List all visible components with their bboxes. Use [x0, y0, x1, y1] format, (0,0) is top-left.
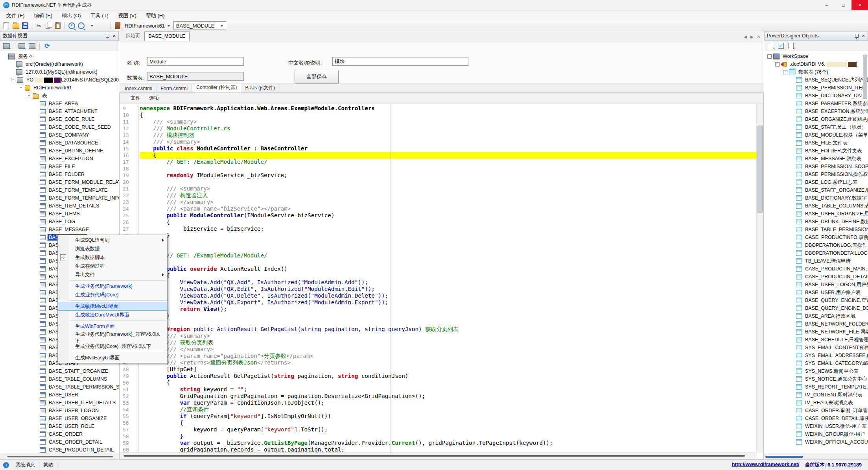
- tree-table-row[interactable]: BASE_ATTACHMENT: [0, 107, 119, 115]
- tree-table-row[interactable]: BASE_SCHEDULE,日程管理: [764, 336, 868, 344]
- editor-menu-item[interactable]: 文件: [127, 94, 144, 103]
- tree-table-row[interactable]: BASE_LOG: [0, 218, 119, 226]
- pin-icon[interactable]: [855, 34, 859, 38]
- tree-node[interactable]: −RDIFramework61: [0, 84, 119, 92]
- context-menu-item[interactable]: 生成MvcEasyUI界面: [58, 353, 167, 362]
- maximize-button[interactable]: □: [835, 0, 851, 10]
- tree-table-row[interactable]: DBOPERATIONDETAILLOG: [764, 249, 868, 257]
- tree-table-row[interactable]: BASE_AREA: [0, 100, 119, 107]
- tree-table-row[interactable]: IM_CONTENT,即时消息表: [764, 391, 868, 399]
- tree-table-row[interactable]: BASE_FORM_MODULE_RELATIO: [0, 178, 119, 186]
- copy-button[interactable]: [44, 22, 52, 30]
- tab-scroll-left-icon[interactable]: ◀: [743, 34, 748, 39]
- tree-node[interactable]: −YOL2014INSTANCE(SQL200: [0, 76, 119, 84]
- tree-table-row[interactable]: BASE_CODE_RULE: [0, 115, 119, 123]
- tree-table-row[interactable]: CASE_PRODUCTIN_DETAIL: [0, 446, 119, 453]
- tree-table-row[interactable]: BASE_USER_ORGANIZE: [0, 414, 119, 422]
- check-items-button[interactable]: ✓: [777, 42, 785, 50]
- add-server-button[interactable]: [2, 42, 10, 50]
- context-menu-item[interactable]: 生成业务代码(Core)_兼容V6.0以下: [58, 342, 167, 351]
- editor-vertical-scrollbar[interactable]: [756, 104, 763, 453]
- scrollbar-thumb[interactable]: [123, 455, 745, 457]
- tree-table-row[interactable]: BASE_NETWORK_FOLDER: [764, 320, 868, 328]
- right-horizontal-scrollbar[interactable]: [765, 456, 803, 458]
- save-button[interactable]: [21, 22, 29, 30]
- tree-table-row[interactable]: BASE_DICTIONARY,数据字: [764, 194, 868, 202]
- tree-table-row[interactable]: CASE_ORDER_DETAIL: [0, 438, 119, 446]
- context-menu-item[interactable]: 生成敏捷MvcUI界面: [58, 302, 167, 311]
- context-menu-item[interactable]: SQL生成数据脚本: [58, 253, 167, 262]
- font-combo[interactable]: [87, 22, 108, 30]
- tree-table-row[interactable]: CASE_ORDER,事例_订单管: [764, 407, 868, 414]
- tree-table-row[interactable]: BASE_PERMISSION,操作权: [764, 170, 868, 178]
- tree-table-row[interactable]: SYS_NOTICE,通知公告中心: [764, 375, 868, 383]
- tree-node[interactable]: −表: [0, 92, 119, 100]
- tree-table-row[interactable]: BASE_LOG,系统日志表: [764, 178, 868, 186]
- tree-table-row[interactable]: BASE_MODULE,模块（菜单: [764, 131, 868, 139]
- tab-scroll-right-icon[interactable]: ▶: [749, 34, 755, 39]
- tree-table-row[interactable]: BASE_AREA,行政区域: [764, 312, 868, 320]
- context-menu-item[interactable]: 生成业务代码(Core): [58, 291, 167, 299]
- tree-table-row[interactable]: BASE_USER_ITEM_DETAILS: [0, 399, 119, 407]
- tree-node[interactable]: 服务器: [0, 52, 119, 60]
- menubar-item[interactable]: 输出 (O): [57, 11, 85, 20]
- tree-node[interactable]: orcl(Oracle)(rdiframework): [0, 60, 119, 68]
- zoom-out-button[interactable]: −: [77, 22, 85, 30]
- tab-close-icon[interactable]: ✕: [756, 34, 761, 39]
- tree-table-row[interactable]: BASE_ITEM_DETAILS: [0, 202, 119, 210]
- tree-table-row[interactable]: WEIXIN_OFFICIAL_ACCOU: [764, 438, 868, 446]
- cn-name-input[interactable]: [332, 57, 468, 66]
- tree-table-row[interactable]: BASE_FILE,文件表: [764, 139, 868, 147]
- menubar-item[interactable]: 帮助 (H): [141, 11, 170, 20]
- tree-table-row[interactable]: SYS_NEWS,新闻中心表: [764, 367, 868, 375]
- save-all-button[interactable]: 全部保存: [295, 70, 339, 84]
- paste-button[interactable]: [54, 22, 62, 30]
- tree-table-row[interactable]: BASE_PARAMETER,系统参数: [764, 100, 868, 107]
- tree-table-row[interactable]: BASE_USER_ROLE: [0, 422, 119, 430]
- context-menu-item[interactable]: 生成WinForm界面: [58, 322, 167, 331]
- expand-toggle-icon[interactable]: −: [783, 70, 787, 74]
- tree-table-row[interactable]: BASE_FORM_TEMPLATE: [0, 186, 119, 194]
- add-model-button[interactable]: [767, 42, 774, 50]
- expand-toggle-icon[interactable]: −: [11, 78, 15, 82]
- scrollbar-thumb[interactable]: [757, 126, 763, 213]
- tree-table-row[interactable]: BASE_STAFF_ORGANIZE,职: [764, 186, 868, 194]
- tree-table-row[interactable]: TB_LEAVE,请假申请: [764, 257, 868, 265]
- tree-table-row[interactable]: BASE_EXCEPTION,系统异常: [764, 107, 868, 115]
- tree-table-row[interactable]: BASE_QUERY_ENGINE,查询: [764, 296, 868, 304]
- right-vertical-scrollbar[interactable]: [863, 55, 867, 99]
- tree-table-row[interactable]: CASE_PRODUCTINFO,事例: [764, 233, 868, 241]
- remove-server-button[interactable]: [28, 42, 36, 50]
- expand-toggle-icon[interactable]: −: [775, 62, 780, 67]
- context-menu-item[interactable]: 生成业务代码(Framework)_兼容V6.0以下: [58, 333, 167, 342]
- tree-table-row[interactable]: BASE_PERMISSION_SCOP: [764, 163, 868, 170]
- editor-horizontal-scrollbar[interactable]: [120, 452, 757, 459]
- tree-node[interactable]: −.doc\Db\RDI V6.: [764, 60, 868, 68]
- menubar-item[interactable]: 编辑 (E): [29, 11, 57, 20]
- context-menu-item[interactable]: 生成敏捷CoreMvcUI界面: [58, 311, 167, 319]
- tree-table-row[interactable]: BASE_MESSAGE,消息表: [764, 155, 868, 163]
- tree-table-row[interactable]: BASE_COMPANY: [0, 131, 119, 139]
- close-panel-icon[interactable]: ✕: [112, 34, 116, 38]
- tree-table-row[interactable]: BASE_MESSAGE: [0, 226, 119, 233]
- tree-table-row[interactable]: SYS_EMAIL_CONTENT,邮件: [764, 344, 868, 352]
- exit-connection-button[interactable]: [114, 22, 122, 30]
- close-panel-icon[interactable]: ✕: [862, 34, 865, 38]
- editor-menu-item[interactable]: 选项: [145, 94, 163, 103]
- tree-table-row[interactable]: BASE_DICTIONARY_DATA,: [764, 92, 868, 100]
- expand-toggle-icon[interactable]: −: [27, 94, 31, 98]
- tree-table-row[interactable]: BASE_NETWORK_FILE,网络: [764, 328, 868, 336]
- remove-model-button[interactable]: [787, 42, 795, 50]
- context-menu-item[interactable]: 生成业务代码(Framework): [58, 282, 167, 291]
- expand-toggle-icon[interactable]: −: [767, 54, 772, 59]
- code-file-tab[interactable]: BizJs (js文件): [241, 83, 279, 93]
- tree-table-row[interactable]: BASE_DATASOURCE: [0, 139, 119, 147]
- tree-table-row[interactable]: BASE_FILE: [0, 163, 119, 170]
- tree-table-row[interactable]: BASE_TABLE_PERMISSION: [764, 226, 868, 233]
- context-menu-item[interactable]: 生成存储过程: [58, 262, 167, 270]
- tree-table-row[interactable]: BASE_FOLDER: [0, 170, 119, 178]
- zoom-in-button[interactable]: +: [68, 22, 76, 30]
- menubar-item[interactable]: 工具 (T): [86, 11, 113, 20]
- tree-table-row[interactable]: BASE_STAFF,员工（职员）: [764, 123, 868, 131]
- tree-table-row[interactable]: SYS_REPORT_TEMPLATE,报: [764, 383, 868, 391]
